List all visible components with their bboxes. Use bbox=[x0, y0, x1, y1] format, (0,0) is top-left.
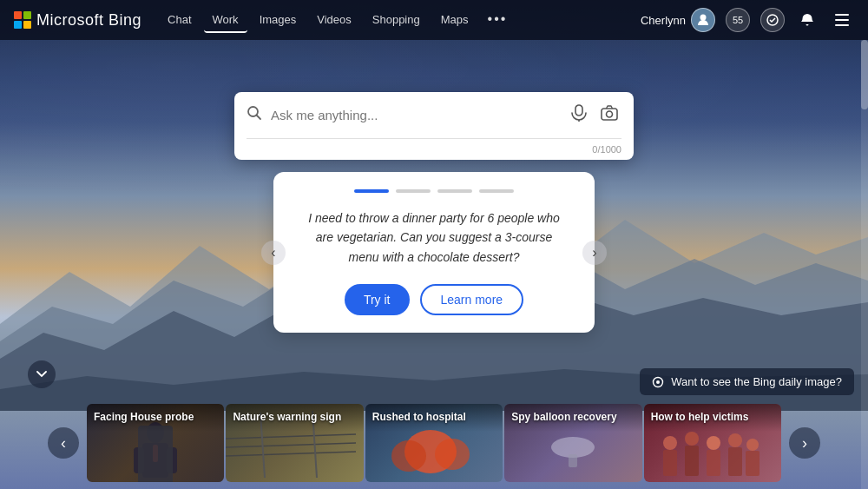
svg-point-4 bbox=[700, 15, 707, 21]
prompt-prev-button[interactable]: ‹ bbox=[261, 241, 286, 265]
collapse-button[interactable] bbox=[28, 360, 56, 388]
main-content: 0/1000 ‹ I need to throw a dinner party … bbox=[0, 40, 868, 333]
search-actions bbox=[568, 101, 621, 129]
reward-icon[interactable] bbox=[760, 8, 785, 32]
char-count: 0/1000 bbox=[592, 144, 621, 155]
svg-rect-8 bbox=[835, 24, 849, 26]
news-card-5-title: How to help victims bbox=[651, 411, 774, 425]
user-avatar bbox=[691, 8, 715, 32]
svg-point-27 bbox=[391, 440, 426, 472]
scrollbar[interactable] bbox=[861, 40, 868, 489]
dot-1 bbox=[354, 189, 389, 193]
svg-point-31 bbox=[663, 436, 677, 450]
svg-rect-39 bbox=[728, 447, 742, 476]
svg-rect-38 bbox=[707, 450, 720, 476]
search-top bbox=[234, 92, 634, 138]
news-card-3[interactable]: Rushed to hospital bbox=[365, 404, 503, 482]
news-section: ‹ Facing bbox=[0, 404, 868, 482]
prompt-actions: Try it Learn more bbox=[299, 284, 569, 315]
svg-rect-20 bbox=[153, 445, 158, 462]
svg-rect-37 bbox=[685, 446, 699, 476]
svg-line-23 bbox=[226, 452, 356, 456]
try-it-button[interactable]: Try it bbox=[345, 284, 410, 315]
reward-badge[interactable]: 55 bbox=[726, 8, 750, 32]
news-card-1-overlay: Facing House probe bbox=[87, 404, 224, 432]
prompt-next-button[interactable]: › bbox=[582, 241, 607, 265]
svg-rect-30 bbox=[569, 454, 577, 467]
scrollbar-thumb bbox=[861, 40, 868, 109]
svg-point-28 bbox=[435, 439, 470, 470]
news-card-4[interactable]: Spy balloon recovery bbox=[504, 404, 641, 482]
search-icon bbox=[247, 105, 262, 125]
daily-image-hint[interactable]: Want to see the Bing daily image? bbox=[640, 368, 854, 395]
svg-rect-12 bbox=[602, 109, 617, 120]
svg-point-34 bbox=[728, 433, 742, 447]
nav-shopping[interactable]: Shopping bbox=[364, 8, 429, 33]
svg-line-22 bbox=[226, 443, 356, 447]
news-card-2-overlay: Nature's warning sign bbox=[226, 404, 363, 432]
dot-4 bbox=[479, 189, 514, 193]
news-card-2-title: Nature's warning sign bbox=[233, 411, 356, 425]
nav-images[interactable]: Images bbox=[251, 8, 306, 33]
search-bottom: 0/1000 bbox=[234, 139, 634, 160]
dot-2 bbox=[396, 189, 431, 193]
user-info[interactable]: Cherlynn bbox=[641, 8, 715, 32]
news-card-5[interactable]: How to help victims bbox=[644, 404, 781, 482]
nav-work[interactable]: Work bbox=[204, 8, 247, 33]
news-card-1[interactable]: Facing House probe bbox=[87, 404, 224, 482]
search-input[interactable] bbox=[271, 108, 559, 122]
logo-green bbox=[23, 11, 31, 19]
svg-rect-40 bbox=[746, 451, 760, 476]
news-card-3-overlay: Rushed to hospital bbox=[365, 404, 503, 432]
svg-rect-17 bbox=[142, 443, 168, 478]
prompt-text: I need to throw a dinner party for 6 peo… bbox=[299, 208, 569, 267]
svg-rect-7 bbox=[835, 19, 849, 21]
logo[interactable]: Microsoft Microsoft BingBing bbox=[14, 11, 141, 30]
dot-3 bbox=[437, 189, 472, 193]
svg-point-15 bbox=[656, 380, 660, 384]
nav-links: Chat Work Images Videos Shopping Maps ••… bbox=[159, 8, 641, 33]
svg-rect-6 bbox=[835, 14, 849, 16]
news-next-button[interactable]: › bbox=[789, 427, 820, 459]
news-card-1-title: Facing House probe bbox=[94, 411, 217, 425]
news-card-4-title: Spy balloon recovery bbox=[511, 411, 635, 425]
nav-videos[interactable]: Videos bbox=[308, 8, 360, 33]
notifications-button[interactable] bbox=[795, 8, 819, 32]
logo-red bbox=[14, 11, 22, 19]
camera-icon[interactable] bbox=[597, 102, 621, 129]
menu-button[interactable] bbox=[830, 8, 854, 32]
news-card-5-overlay: How to help victims bbox=[644, 404, 781, 432]
logo-blue bbox=[14, 21, 22, 29]
learn-more-button[interactable]: Learn more bbox=[420, 284, 524, 315]
news-card-2[interactable]: Nature's warning sign bbox=[226, 404, 363, 482]
progress-dots bbox=[299, 189, 569, 193]
svg-line-21 bbox=[226, 434, 356, 439]
user-name: Cherlynn bbox=[641, 14, 686, 27]
nav-chat[interactable]: Chat bbox=[159, 8, 200, 33]
bottom-section: Want to see the Bing daily image? ‹ bbox=[0, 369, 868, 489]
news-card-4-overlay: Spy balloon recovery bbox=[504, 404, 641, 432]
news-cards: Facing House probe bbox=[0, 404, 868, 482]
nav-more-button[interactable]: ••• bbox=[481, 8, 515, 33]
news-card-3-title: Rushed to hospital bbox=[372, 411, 496, 425]
svg-rect-19 bbox=[167, 447, 177, 473]
nav-maps[interactable]: Maps bbox=[432, 8, 477, 33]
svg-rect-36 bbox=[663, 450, 677, 476]
svg-rect-18 bbox=[134, 447, 144, 473]
search-container: 0/1000 bbox=[234, 92, 634, 160]
svg-rect-10 bbox=[575, 105, 582, 116]
brand-name: Microsoft Microsoft BingBing bbox=[36, 11, 141, 30]
prompt-card: ‹ I need to throw a dinner party for 6 p… bbox=[273, 172, 595, 333]
svg-point-32 bbox=[685, 432, 699, 446]
svg-point-35 bbox=[746, 439, 759, 451]
navbar: Microsoft Microsoft BingBing Chat Work I… bbox=[0, 0, 868, 40]
svg-point-13 bbox=[607, 111, 613, 117]
navbar-right: Cherlynn 55 bbox=[641, 8, 854, 32]
logo-yellow bbox=[23, 21, 31, 29]
mic-icon[interactable] bbox=[568, 101, 590, 129]
ms-logo-grid bbox=[14, 11, 31, 29]
svg-point-33 bbox=[707, 436, 720, 450]
